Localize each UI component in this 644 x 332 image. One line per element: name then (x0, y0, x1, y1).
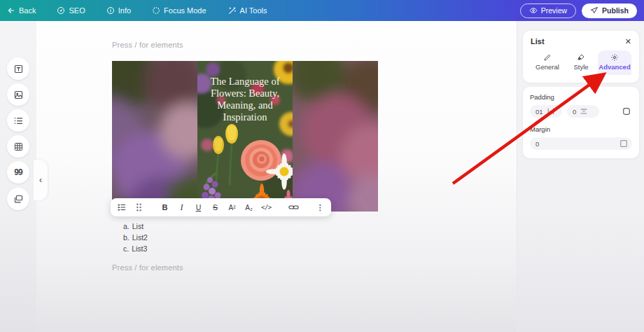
italic-button[interactable]: I (177, 201, 186, 214)
list-type-button[interactable] (117, 201, 127, 214)
gear-icon (610, 53, 619, 62)
cover-center: The Language of Flowers: Beauty, Meaning… (188, 61, 304, 212)
margin-sides-toggle[interactable] (620, 139, 628, 148)
pencil-icon (543, 53, 552, 62)
seo-label: SEO (69, 6, 85, 15)
list-item-text[interactable]: List2 (132, 232, 148, 243)
code-button[interactable]: </> (261, 201, 272, 214)
margin-value: 0 (536, 140, 539, 148)
padding-sides-toggle[interactable] (621, 106, 632, 117)
insert-media-button[interactable] (7, 188, 29, 210)
eye-icon (529, 6, 538, 15)
insert-list-button[interactable] (7, 109, 29, 132)
table-icon (13, 141, 24, 152)
info-icon (106, 6, 115, 15)
focus-mode-label: Focus Mode (164, 6, 206, 15)
link-button[interactable] (288, 201, 299, 214)
top-bar: Back SEO Info Focus Mode AI Tools P (0, 0, 644, 21)
seo-button[interactable]: SEO (57, 6, 85, 15)
focus-mode-button[interactable]: Focus Mode (152, 6, 206, 15)
link-icon (288, 203, 299, 212)
padding-label: Padding (530, 93, 632, 101)
padding-horizontal-value: 01 (536, 108, 543, 116)
tab-general[interactable]: General (531, 50, 564, 75)
magic-wand-icon (227, 6, 237, 15)
svg-text:Inspiration: Inspiration (223, 111, 268, 123)
tab-advanced[interactable]: Advanced (598, 50, 631, 75)
editor-canvas[interactable]: Press / for elements (36, 21, 517, 332)
info-label: Info (118, 6, 131, 15)
ai-tools-button[interactable]: AI Tools (227, 6, 267, 15)
ordered-list-icon (117, 202, 127, 212)
seo-gauge-icon (57, 6, 65, 15)
padding-vertical-input[interactable]: 0 (567, 105, 599, 118)
publish-button[interactable]: Publish (582, 4, 637, 18)
subscript-button[interactable]: A₂ (244, 201, 253, 214)
horizontal-padding-icon (547, 108, 554, 115)
list-block[interactable]: a. List b. List2 c. List3 (123, 221, 148, 255)
padding-vertical-value: 0 (573, 108, 576, 116)
editor-placeholder-bottom[interactable]: Press / for elements (112, 263, 183, 272)
chevron-left-icon: ‹ (39, 175, 42, 185)
superscript-button[interactable]: A² (227, 201, 237, 214)
back-label: Back (19, 6, 36, 15)
close-icon[interactable]: ✕ (625, 38, 631, 46)
insert-table-button[interactable] (7, 135, 29, 158)
quote-icon: 99 (14, 167, 22, 177)
sidebar-collapse-handle[interactable]: ‹ (34, 160, 48, 200)
ai-tools-label: AI Tools (240, 6, 267, 15)
spacing-card: Padding 01 0 Margin (523, 87, 639, 158)
tab-style[interactable]: Style (564, 50, 598, 75)
margin-label: Margin (530, 125, 632, 133)
element-sidebar: 99 (0, 21, 36, 332)
tab-advanced-label: Advanced (598, 63, 630, 71)
media-icon (13, 194, 24, 205)
editor-window: Back SEO Info Focus Mode AI Tools P (0, 0, 644, 332)
list-item-text[interactable]: List (132, 221, 144, 232)
more-options-button[interactable]: ⋮ (316, 201, 325, 214)
back-button[interactable]: Back (7, 6, 36, 15)
publish-label: Publish (602, 6, 629, 15)
corners-icon (622, 107, 631, 116)
paper-plane-icon (590, 6, 598, 15)
list-item: b. List2 (123, 232, 148, 243)
editor-placeholder-top[interactable]: Press / for elements (112, 41, 183, 49)
square-icon (620, 139, 628, 148)
back-arrow-icon (7, 6, 15, 15)
list-item: c. List3 (123, 243, 148, 254)
brush-icon (577, 53, 585, 62)
underline-button[interactable]: U (194, 201, 203, 214)
list-item: a. List (123, 221, 148, 232)
svg-text:Meaning, and: Meaning, and (217, 99, 273, 111)
svg-text:The Language of: The Language of (210, 76, 279, 87)
preview-button[interactable]: Preview (520, 4, 576, 18)
panel-tabs: General Style Advanced (531, 50, 631, 75)
format-toolbar: B I U S A² A₂ </> ⋮ (111, 198, 331, 216)
preview-label: Preview (541, 6, 567, 15)
text-block-icon (13, 64, 24, 74)
tab-style-label: Style (573, 63, 588, 71)
list-marker: c. (123, 243, 129, 254)
insert-image-button[interactable] (7, 83, 29, 106)
padding-horizontal-input[interactable]: 01 (530, 105, 562, 118)
strikethrough-button[interactable]: S (211, 201, 220, 214)
focus-mode-icon (152, 6, 160, 15)
info-button[interactable]: Info (106, 6, 131, 15)
panel-title: List (531, 37, 545, 46)
drag-dots-icon (136, 203, 142, 212)
list-icon (13, 116, 24, 126)
svg-text:Flowers: Beauty,: Flowers: Beauty, (211, 88, 279, 99)
list-marker: a. (123, 221, 130, 232)
cover-image[interactable]: The Language of Flowers: Beauty, Meaning… (112, 61, 378, 212)
insert-text-button[interactable] (7, 57, 29, 80)
margin-input[interactable]: 0 (530, 137, 632, 150)
vertical-padding-icon (580, 108, 587, 115)
drag-handle[interactable] (134, 201, 144, 214)
image-icon (13, 90, 24, 100)
list-marker: b. (123, 232, 130, 243)
list-item-text[interactable]: List3 (132, 243, 147, 254)
insert-quote-button[interactable]: 99 (7, 161, 29, 184)
settings-panel: List ✕ General Style Advanced Padding (517, 21, 644, 332)
cover-blur-right (287, 61, 378, 212)
bold-button[interactable]: B (160, 201, 169, 214)
